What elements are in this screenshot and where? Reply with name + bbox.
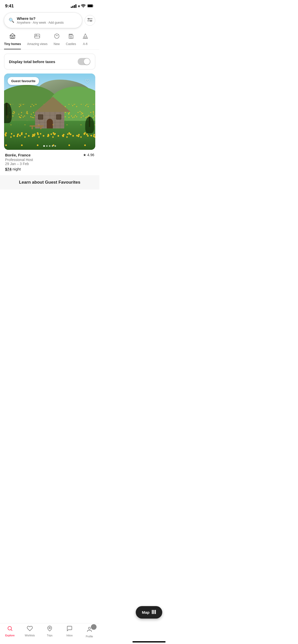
dot-4: [52, 145, 53, 147]
tab-label-amazing-views: Amazing views: [27, 42, 47, 46]
toggle-label: Display total before taxes: [9, 60, 55, 64]
search-main-label: Where to?: [17, 16, 64, 21]
status-icons: ▾: [71, 4, 94, 9]
signal-icon: [71, 4, 76, 8]
battery-icon: [87, 4, 94, 8]
tab-label-tiny-homes: Tiny homes: [4, 42, 21, 46]
listing-image: Guest favourite ♡: [4, 74, 95, 150]
guest-favourite-badge: Guest favourite: [8, 77, 39, 85]
dot-1: [43, 145, 45, 147]
svg-point-11: [36, 35, 37, 36]
dot-3: [49, 145, 50, 147]
listing-rating: ★ 4.96: [83, 153, 94, 157]
heart-icon: ♡: [85, 78, 90, 85]
listing-dates: 29 Jan – 3 Feb: [5, 162, 94, 166]
tab-tiny-homes[interactable]: Tiny homes: [4, 31, 21, 49]
svg-point-3: [90, 20, 91, 21]
search-icon: 🔍: [9, 18, 14, 23]
toggle-row: Display total before taxes: [4, 54, 95, 69]
svg-rect-8: [10, 36, 15, 38]
tab-label-new: New: [54, 42, 60, 46]
price-unit: night: [12, 167, 21, 171]
status-time: 9:41: [5, 4, 14, 9]
dot-5: [55, 145, 56, 147]
svg-point-2: [88, 18, 89, 19]
search-container: 🔍 Where to? Anywhere · Any week · Add gu…: [0, 11, 99, 31]
category-tabs: Tiny homes Amazing views New: [0, 31, 99, 50]
svg-rect-16: [85, 37, 86, 38]
tab-label-a-frames: A-fi: [83, 42, 88, 46]
toggle-switch[interactable]: [78, 58, 90, 65]
image-dots: [43, 145, 56, 147]
tab-new[interactable]: New: [54, 31, 60, 49]
listing-top-row: Borée, France ★ 4.96: [5, 153, 94, 157]
new-icon: [54, 33, 60, 41]
svg-rect-1: [88, 5, 93, 7]
guest-fav-banner[interactable]: Learn about Guest Favourites: [0, 175, 99, 189]
castles-icon: [68, 33, 74, 41]
star-icon: ★: [83, 153, 86, 157]
tiny-homes-icon: [9, 33, 16, 41]
listing-card[interactable]: Guest favourite ♡ Borée, France ★: [4, 74, 95, 173]
tab-amazing-views[interactable]: Amazing views: [27, 31, 47, 49]
listing-location: Borée, France: [5, 153, 31, 157]
svg-rect-14: [70, 37, 72, 38]
search-sub-label: Anywhere · Any week · Add guests: [17, 21, 64, 24]
dot-2: [46, 145, 48, 147]
a-frames-icon: [82, 33, 88, 41]
listing-price: $74 night: [5, 167, 94, 171]
amazing-views-icon: [34, 33, 40, 41]
listing-info: Borée, France ★ 4.96 Professional Host 2…: [4, 150, 95, 173]
listing-host: Professional Host: [5, 158, 94, 162]
tab-label-castles: Castles: [66, 42, 76, 46]
wishlist-button[interactable]: ♡: [83, 77, 92, 86]
price-amount: $74: [5, 167, 11, 171]
search-text-group: Where to? Anywhere · Any week · Add gues…: [17, 16, 64, 24]
svg-rect-9: [12, 37, 13, 38]
filter-icon: [87, 17, 92, 23]
status-bar: 9:41 ▾: [0, 0, 99, 11]
rating-value: 4.96: [87, 153, 94, 157]
search-bar[interactable]: 🔍 Where to? Anywhere · Any week · Add gu…: [4, 13, 82, 28]
tab-castles[interactable]: Castles: [66, 31, 76, 49]
wifi-icon: ▾: [78, 4, 86, 9]
tab-a-frames[interactable]: A-fi: [82, 31, 88, 49]
toggle-knob: [84, 58, 90, 65]
filter-button[interactable]: [85, 15, 95, 26]
